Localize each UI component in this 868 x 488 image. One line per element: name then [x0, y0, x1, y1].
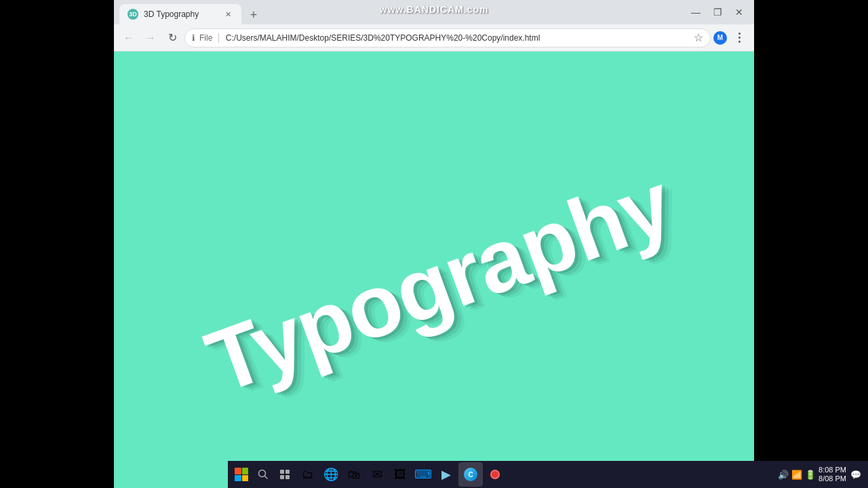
- bookmark-star-icon[interactable]: ☆: [694, 31, 703, 44]
- search-icon: [258, 469, 269, 480]
- win-logo-blue: [235, 475, 241, 482]
- time-display: 8:08 PM: [818, 466, 846, 474]
- pipe-separator: │: [216, 33, 222, 43]
- task-view-icon: [279, 469, 290, 480]
- file-explorer-taskbar-icon[interactable]: 🗂: [297, 464, 319, 485]
- system-clock[interactable]: 8:08 PM 8/08 PM: [818, 466, 846, 483]
- menu-dot-2: [738, 37, 741, 39]
- profile-button[interactable]: M: [713, 31, 727, 45]
- page-content: Typography: [114, 52, 754, 488]
- speaker-icon[interactable]: 🔊: [778, 470, 789, 480]
- win-logo-yellow: [242, 475, 249, 482]
- date-display: 8/08 PM: [818, 474, 846, 483]
- svg-rect-5: [285, 475, 290, 479]
- new-tab-button[interactable]: +: [244, 5, 263, 24]
- right-black-bar: [754, 0, 868, 488]
- notification-button[interactable]: 💬: [849, 468, 863, 481]
- navigation-bar: ← → ↻ ℹ File │ C:/Users/MALAHIM/Desktop/…: [114, 24, 754, 52]
- edge-taskbar-icon[interactable]: 🌐: [320, 464, 342, 485]
- left-black-bar: [0, 0, 114, 488]
- active-tab[interactable]: 3D 3D Typography ✕: [119, 4, 241, 24]
- chrome-taskbar-icon[interactable]: C: [458, 462, 483, 487]
- close-button[interactable]: ✕: [730, 3, 749, 22]
- task-view-button[interactable]: [274, 464, 296, 485]
- win-logo-red: [235, 468, 241, 474]
- win-logo-green: [242, 468, 249, 474]
- taskbar-pinned-apps: 🗂 🌐 🛍 ✉ 🖼 ⌨ ▶ C: [297, 462, 776, 487]
- battery-icon[interactable]: 🔋: [805, 470, 816, 480]
- start-button[interactable]: [231, 464, 252, 485]
- title-bar: 3D 3D Typography ✕ + www.BANDICAM.com — …: [114, 0, 754, 24]
- taskbar-search-button[interactable]: [254, 465, 273, 484]
- url-text: C:/Users/MALAHIM/Desktop/SERIES/3D%20TYP…: [226, 33, 690, 43]
- chrome-icon: C: [464, 468, 477, 481]
- browser-window: 3D 3D Typography ✕ + www.BANDICAM.com — …: [114, 0, 754, 488]
- forward-button[interactable]: →: [141, 28, 160, 47]
- tab-favicon: 3D: [127, 9, 138, 20]
- taskbar: 🗂 🌐 🛍 ✉ 🖼 ⌨ ▶ C 🔊 📶 🔋: [228, 461, 868, 488]
- window-controls: — ❐ ✕: [686, 3, 749, 22]
- svg-rect-4: [280, 475, 284, 479]
- reload-button[interactable]: ↻: [163, 28, 182, 47]
- bandicam-watermark: www.BANDICAM.com: [380, 4, 489, 15]
- address-bar[interactable]: ℹ File │ C:/Users/MALAHIM/Desktop/SERIES…: [184, 28, 711, 47]
- store-taskbar-icon[interactable]: 🛍: [343, 464, 365, 485]
- back-button[interactable]: ←: [119, 28, 138, 47]
- windows-logo-icon: [235, 468, 248, 481]
- recording-dot-icon: [490, 470, 500, 479]
- protocol-label: File: [199, 33, 212, 43]
- tab-close-button[interactable]: ✕: [222, 9, 233, 20]
- minimize-button[interactable]: —: [686, 3, 705, 22]
- svg-rect-3: [285, 470, 290, 474]
- network-icon[interactable]: 📶: [791, 470, 802, 480]
- info-icon: ℹ: [192, 33, 195, 43]
- vscode-taskbar-icon[interactable]: ⌨: [412, 464, 434, 485]
- bandicam-taskbar-icon[interactable]: [484, 464, 506, 485]
- svg-rect-2: [280, 470, 284, 474]
- menu-dot-3: [738, 41, 741, 43]
- tab-title: 3D Typography: [144, 9, 217, 19]
- terminal-taskbar-icon[interactable]: ▶: [435, 464, 457, 485]
- typography-heading: Typography: [194, 152, 684, 413]
- svg-line-1: [265, 476, 268, 479]
- system-tray: 🔊 📶 🔋 8:08 PM 8/08 PM 💬: [778, 466, 865, 483]
- browser-menu-button[interactable]: [730, 28, 749, 47]
- menu-dot-1: [738, 33, 741, 35]
- photos-taskbar-icon[interactable]: 🖼: [389, 464, 411, 485]
- restore-button[interactable]: ❐: [708, 3, 727, 22]
- mail-taskbar-icon[interactable]: ✉: [366, 464, 388, 485]
